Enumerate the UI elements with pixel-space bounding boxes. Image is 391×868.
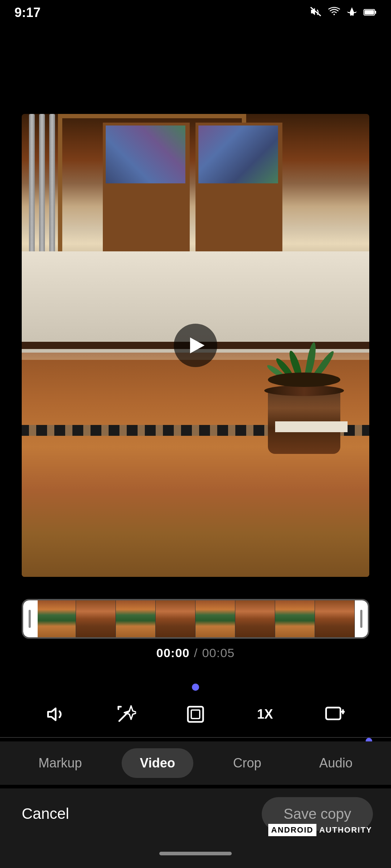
door-frame	[58, 114, 246, 262]
timeline-handle-left[interactable]	[23, 600, 36, 637]
nav-bar	[0, 839, 391, 868]
status-bar: 9:17	[0, 0, 391, 25]
cancel-button[interactable]: Cancel	[18, 798, 73, 830]
svg-rect-1	[375, 11, 376, 14]
timestamp-current: 00:00	[156, 646, 190, 660]
volume-icon	[46, 704, 67, 724]
watermark: ANDROID AUTHORITY	[268, 824, 372, 836]
svg-rect-8	[326, 707, 341, 719]
airplane-icon	[347, 7, 357, 19]
timestamp-display: 00:00 / 00:05	[156, 646, 235, 660]
mute-icon	[310, 7, 321, 19]
watermark-android: ANDROID	[268, 824, 316, 836]
play-button[interactable]	[174, 324, 217, 367]
bottom-tabs: Markup Video Crop Audio	[0, 741, 391, 785]
crop-frame-button[interactable]	[181, 700, 210, 729]
toolbar: 1X	[0, 694, 391, 734]
thumb-2	[76, 600, 116, 637]
thumb-1	[36, 600, 76, 637]
tab-audio[interactable]: Audio	[301, 748, 371, 778]
tab-markup[interactable]: Markup	[20, 748, 100, 778]
speed-button[interactable]: 1X	[251, 700, 279, 729]
svg-rect-2	[365, 10, 374, 14]
timeline-handle-right[interactable]	[355, 600, 368, 637]
status-icons	[310, 7, 377, 19]
tab-video[interactable]: Video	[122, 748, 193, 778]
battery-icon	[363, 7, 377, 18]
section-divider	[0, 737, 391, 738]
svg-rect-7	[191, 710, 199, 718]
plant	[261, 335, 348, 454]
thumb-6	[235, 600, 275, 637]
status-time: 9:17	[14, 5, 41, 20]
speed-label: 1X	[257, 707, 273, 722]
timeline-section: 00:00 / 00:05	[0, 593, 391, 665]
thumb-7	[275, 600, 315, 637]
nav-pill	[159, 852, 232, 855]
playhead[interactable]	[36, 599, 38, 639]
video-container	[0, 25, 391, 665]
magic-wand-button[interactable]	[112, 700, 140, 729]
svg-rect-6	[188, 707, 203, 722]
timeline-strip[interactable]	[22, 599, 369, 639]
thumb-8	[315, 600, 355, 637]
watermark-authority: AUTHORITY	[319, 825, 372, 835]
wifi-icon	[328, 7, 340, 19]
thumb-4	[156, 600, 196, 637]
timeline-thumbnails	[36, 600, 355, 637]
volume-button[interactable]	[42, 700, 71, 729]
play-icon	[190, 337, 205, 353]
tab-crop[interactable]: Crop	[215, 748, 279, 778]
timestamp-divider: /	[194, 646, 198, 660]
video-frame[interactable]	[22, 114, 369, 577]
magic-wand-icon	[116, 704, 136, 724]
timestamp-total: 00:05	[202, 646, 235, 660]
scroll-indicator	[192, 684, 199, 691]
crop-frame-icon	[185, 704, 206, 724]
thumb-3	[116, 600, 156, 637]
screenshot-add-button[interactable]	[320, 700, 349, 729]
screenshot-add-icon	[324, 704, 345, 724]
thumb-5	[196, 600, 235, 637]
